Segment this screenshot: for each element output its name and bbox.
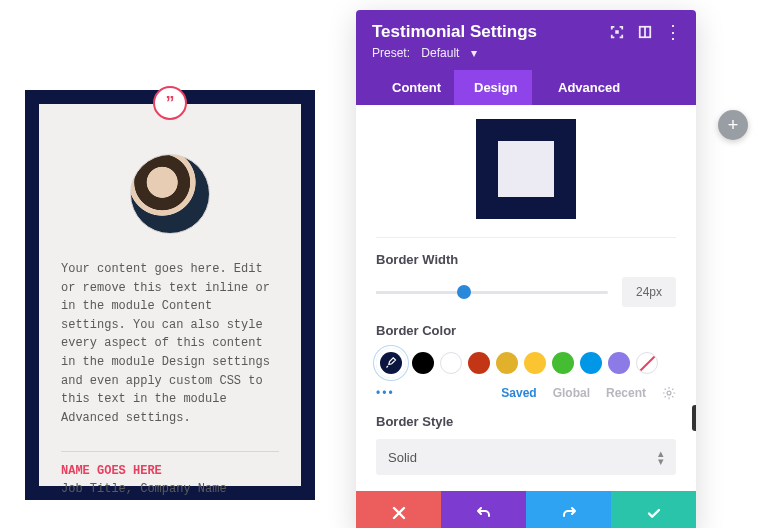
slider-thumb[interactable] — [457, 285, 471, 299]
color-swatch[interactable] — [496, 352, 518, 374]
cancel-button[interactable] — [356, 491, 441, 528]
color-swatch[interactable] — [552, 352, 574, 374]
border-width-slider[interactable] — [376, 282, 608, 302]
testimonial-inner: ” Your content goes here. Edit or remove… — [39, 104, 301, 486]
border-preview — [376, 115, 676, 238]
kebab-icon[interactable]: ⋮ — [666, 25, 680, 39]
preview-inner — [498, 141, 554, 197]
undo-button[interactable] — [441, 491, 526, 528]
tab-content[interactable]: Content — [372, 70, 454, 105]
palette-tab-global[interactable]: Global — [553, 386, 590, 400]
palette-tab-saved[interactable]: Saved — [501, 386, 536, 400]
settings-panel: Testimonial Settings ⋮ Preset: Default ▾… — [356, 10, 696, 528]
svg-point-3 — [667, 391, 671, 395]
columns-icon[interactable] — [638, 25, 652, 39]
add-button[interactable]: + — [718, 110, 748, 140]
testimonial-job[interactable]: Job Title, Company Name — [61, 482, 279, 496]
border-width-label: Border Width — [376, 252, 676, 267]
panel-header: Testimonial Settings ⋮ Preset: Default ▾… — [356, 10, 696, 105]
color-swatch[interactable] — [440, 352, 462, 374]
eyedropper-icon — [385, 357, 397, 369]
border-style-select[interactable]: Solid ▴▾ — [376, 439, 676, 475]
color-swatch[interactable] — [468, 352, 490, 374]
testimonial-name[interactable]: NAME GOES HERE — [61, 451, 279, 478]
border-color-label: Border Color — [376, 323, 676, 338]
select-caret-icon: ▴▾ — [658, 449, 664, 465]
avatar — [130, 154, 210, 234]
testimonial-card: ” Your content goes here. Edit or remove… — [25, 90, 315, 500]
panel-footer — [356, 491, 696, 528]
tabs: Content Design Advanced — [372, 70, 680, 105]
testimonial-content[interactable]: Your content goes here. Edit or remove t… — [61, 260, 279, 427]
gear-icon[interactable] — [662, 386, 676, 400]
save-button[interactable] — [611, 491, 696, 528]
preset-dropdown[interactable]: Preset: Default ▾ — [372, 46, 680, 60]
quote-icon: ” — [153, 86, 187, 120]
color-swatch-selected[interactable] — [376, 348, 406, 378]
color-swatch-none[interactable] — [636, 352, 658, 374]
panel-title: Testimonial Settings — [372, 22, 610, 42]
svg-rect-0 — [615, 30, 619, 34]
panel-body: Border Width 24px Border Color — [356, 105, 696, 491]
focus-icon[interactable] — [610, 25, 624, 39]
more-colors-icon[interactable]: ••• — [376, 386, 395, 400]
scrollbar-thumb[interactable] — [692, 405, 696, 431]
color-swatch[interactable] — [608, 352, 630, 374]
color-swatch[interactable] — [580, 352, 602, 374]
tab-advanced[interactable]: Advanced — [532, 70, 640, 105]
redo-button[interactable] — [526, 491, 611, 528]
color-swatch[interactable] — [524, 352, 546, 374]
tab-design[interactable]: Design — [454, 70, 532, 105]
color-swatch[interactable] — [412, 352, 434, 374]
chevron-down-icon: ▾ — [471, 46, 477, 60]
color-swatches — [376, 348, 676, 378]
preview-outer[interactable] — [476, 119, 576, 219]
palette-tab-recent[interactable]: Recent — [606, 386, 646, 400]
border-width-value[interactable]: 24px — [622, 277, 676, 307]
border-style-label: Border Style — [376, 414, 676, 429]
